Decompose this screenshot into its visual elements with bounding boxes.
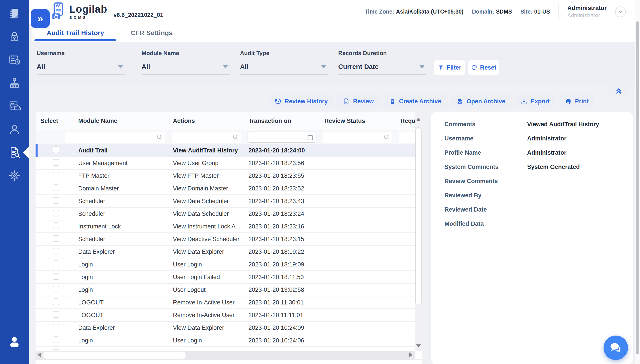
brand-name: Logilab bbox=[69, 3, 107, 15]
table-row[interactable]: FTP Master View FTP Master 2023-01-20 18… bbox=[36, 170, 422, 182]
app-header: » Logilab SDMS v6.6_20221022_01 Time Zon… bbox=[29, 0, 640, 23]
settings-gear-icon[interactable] bbox=[0, 169, 29, 182]
row-checkbox[interactable] bbox=[53, 146, 59, 153]
row-checkbox[interactable] bbox=[53, 159, 59, 166]
sitemap-icon[interactable] bbox=[0, 77, 29, 89]
review-button[interactable]: Review bbox=[337, 94, 380, 108]
table-row[interactable]: Login User Login 2023-01-20 18:19:09 bbox=[36, 258, 422, 271]
module-name-search-input[interactable] bbox=[65, 132, 165, 143]
table-vertical-scrollbar[interactable] bbox=[415, 112, 422, 351]
collapse-filters-button[interactable] bbox=[607, 86, 630, 96]
table-row[interactable]: Data Explorer View Data Explorer 2023-01… bbox=[36, 246, 422, 258]
filter-button[interactable]: Filter bbox=[434, 60, 465, 75]
audit-table: Select Module Name Actions Transaction o… bbox=[36, 112, 422, 364]
row-checkbox[interactable] bbox=[53, 298, 59, 305]
username-dropdown[interactable]: All bbox=[37, 63, 125, 75]
scroll-down-arrow[interactable] bbox=[416, 344, 421, 348]
filter-audit-type: Audit Type All bbox=[240, 50, 328, 75]
table-row[interactable]: User Management View User Group 2023-01-… bbox=[36, 157, 422, 170]
reset-button[interactable]: Reset bbox=[468, 60, 499, 75]
row-checkbox[interactable] bbox=[53, 336, 59, 343]
server-cloud-icon[interactable] bbox=[0, 100, 29, 112]
create-archive-icon bbox=[389, 98, 396, 105]
row-checkbox[interactable] bbox=[53, 273, 59, 280]
dropdown-caret-icon bbox=[419, 65, 425, 68]
table-row[interactable]: LOGOUT Remove In-Active User 2023-01-20 … bbox=[36, 296, 422, 309]
user-menu-button[interactable] bbox=[615, 6, 626, 17]
dropdown-caret-icon bbox=[222, 65, 228, 68]
column-select: Select bbox=[36, 118, 64, 124]
row-checkbox[interactable] bbox=[53, 311, 59, 318]
row-checkbox[interactable] bbox=[53, 210, 59, 216]
table-row[interactable]: Audit Trail View AuditTrail History 2023… bbox=[36, 144, 422, 157]
table-row[interactable]: Data Explorer View Data Explorer 2023-01… bbox=[36, 322, 422, 334]
print-button[interactable]: Print bbox=[559, 94, 594, 108]
search-icon bbox=[383, 134, 390, 141]
funnel-icon bbox=[438, 64, 444, 71]
table-row[interactable]: Scheduler View Data Scheduler 2023-01-20… bbox=[36, 195, 422, 208]
notebook-icon[interactable] bbox=[0, 7, 29, 20]
sidebar-expand-button[interactable]: » bbox=[31, 9, 50, 28]
page-scroll-thumb[interactable] bbox=[636, 21, 639, 354]
user-lock-icon[interactable] bbox=[0, 30, 29, 43]
table-row[interactable]: Scheduler View Deactive Scheduler 2023-0… bbox=[36, 233, 422, 246]
timezone-info: Time Zone:Asia/Kolkata (UTC+05:30) bbox=[365, 8, 463, 15]
page-scrollbar[interactable] bbox=[635, 0, 640, 364]
table-row[interactable]: Login User Logout 2023-01-20 13:02:58 bbox=[36, 284, 422, 296]
horizontal-scroll-thumb[interactable] bbox=[43, 352, 186, 359]
row-checkbox[interactable] bbox=[53, 235, 59, 242]
open-archive-button[interactable]: Open Archive bbox=[450, 94, 511, 108]
table-row[interactable]: Login User Login 2023-01-20 10:24:06 bbox=[36, 334, 422, 347]
detail-row: Modified Data bbox=[431, 217, 633, 231]
actions-search-input[interactable] bbox=[172, 132, 241, 143]
profile-avatar-icon[interactable] bbox=[0, 336, 29, 348]
detail-row: System Comments System Generated bbox=[431, 160, 633, 174]
table-row[interactable]: Instrument Lock View Instrument Lock A..… bbox=[36, 220, 422, 233]
print-icon bbox=[565, 98, 572, 105]
chat-support-button[interactable] bbox=[604, 336, 628, 360]
module-name-dropdown[interactable]: All bbox=[142, 63, 230, 75]
table-row[interactable]: Domain Master View Domain Master 2023-01… bbox=[36, 182, 422, 195]
sidebar bbox=[0, 0, 29, 364]
records-duration-dropdown[interactable]: Current Date bbox=[338, 63, 426, 75]
user-info: Administrator Administrator bbox=[567, 4, 607, 19]
table-row[interactable]: Scheduler View Data Scheduler 2023-01-20… bbox=[36, 208, 422, 220]
scroll-up-arrow[interactable] bbox=[416, 118, 421, 121]
active-item-pointer bbox=[23, 147, 29, 159]
tab-audit-trail-history[interactable]: Audit Trail History bbox=[47, 23, 104, 42]
active-tab-underline bbox=[34, 39, 116, 41]
chat-icon bbox=[609, 341, 623, 355]
scroll-right-arrow[interactable] bbox=[409, 352, 412, 357]
table-row[interactable]: Login User Login Failed 2023-01-20 18:11… bbox=[36, 271, 422, 284]
row-checkbox[interactable] bbox=[53, 286, 59, 292]
column-actions: Actions bbox=[170, 118, 246, 124]
calendar-icon bbox=[307, 134, 314, 141]
row-checkbox[interactable] bbox=[53, 197, 59, 204]
table-horizontal-scrollbar[interactable] bbox=[36, 351, 415, 360]
table-row[interactable]: LOGOUT Remove In-Active User 2023-01-20 … bbox=[36, 309, 422, 322]
vertical-scroll-thumb[interactable] bbox=[415, 127, 422, 305]
row-checkbox[interactable] bbox=[53, 260, 59, 267]
column-review-status: Review Status bbox=[321, 118, 397, 124]
review-history-button[interactable]: Review History bbox=[269, 94, 334, 108]
detail-row: Reviewed Date bbox=[431, 202, 633, 217]
detail-row: Review Comments bbox=[431, 174, 633, 188]
row-checkbox[interactable] bbox=[53, 172, 59, 178]
create-archive-button[interactable]: Create Archive bbox=[383, 94, 447, 108]
row-checkbox[interactable] bbox=[53, 184, 59, 191]
audit-type-dropdown[interactable]: All bbox=[240, 63, 328, 75]
tab-cfr-settings[interactable]: CFR Settings bbox=[131, 23, 172, 42]
detail-row: Profile Name Administrator bbox=[431, 146, 633, 160]
filter-records-duration: Records Duration Current Date bbox=[338, 50, 426, 75]
export-button[interactable]: Export bbox=[515, 94, 556, 108]
row-checkbox[interactable] bbox=[53, 248, 59, 254]
app-version: v6.6_20221022_01 bbox=[114, 12, 163, 18]
transaction-date-input[interactable] bbox=[248, 132, 316, 143]
scroll-left-arrow[interactable] bbox=[38, 352, 41, 357]
row-checkbox[interactable] bbox=[53, 324, 59, 330]
scheduler-icon[interactable] bbox=[0, 53, 29, 66]
row-checkbox[interactable] bbox=[53, 222, 59, 229]
review-status-search-input[interactable] bbox=[323, 132, 392, 143]
users-icon[interactable] bbox=[0, 123, 29, 136]
table-toolbar: Review History Review Create Archive Ope… bbox=[29, 94, 594, 108]
